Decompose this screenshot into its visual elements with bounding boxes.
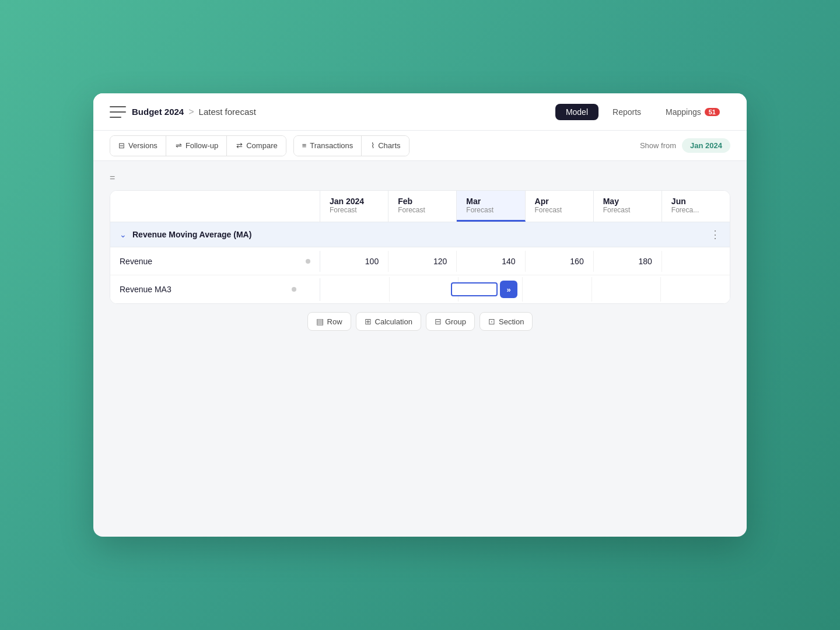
breadcrumb: Budget 2024 > Latest forecast <box>132 107 256 117</box>
versions-icon: ⊟ <box>118 141 125 150</box>
add-row-button[interactable]: ▤ Row <box>307 312 351 331</box>
group-title: Revenue Moving Average (MA) <box>132 230 704 239</box>
main-content: = Jan 2024 Forecast Feb Forecast Mar <box>93 161 747 537</box>
add-group-label: Group <box>445 317 466 326</box>
filter-icon[interactable]: = <box>110 173 115 183</box>
th-month-jun[interactable]: Jun Foreca... <box>662 191 730 222</box>
cell-ma3-apr[interactable] <box>523 277 592 302</box>
group-row: ⌄ Revenue Moving Average (MA) ⋮ <box>110 222 730 247</box>
add-section-button[interactable]: ⊡ Section <box>480 312 533 331</box>
header: Budget 2024 > Latest forecast Model Repo… <box>93 93 747 131</box>
th-month-feb[interactable]: Feb Forecast <box>388 191 457 222</box>
cell-ma3-feb[interactable] <box>390 277 459 302</box>
cell-ma3-jun[interactable] <box>661 277 730 302</box>
app-window: Budget 2024 > Latest forecast Model Repo… <box>93 93 747 537</box>
section-icon: ⊡ <box>488 317 495 326</box>
sidebar-toggle-button[interactable] <box>110 106 126 118</box>
row-status-dot <box>306 259 310 264</box>
versions-button[interactable]: ⊟ Versions <box>110 136 166 156</box>
followup-label: Follow-up <box>186 141 218 150</box>
cell-ma3-may[interactable] <box>592 277 662 302</box>
toolbar: ⊟ Versions ⇌ Follow-up ⇄ Compare ≡ Trans… <box>93 131 747 161</box>
transactions-button[interactable]: ≡ Transactions <box>294 136 362 156</box>
row-status-dot <box>292 287 296 292</box>
add-row-bar: ▤ Row ⊞ Calculation ⊟ Group ⊡ Section <box>110 304 730 331</box>
cell-revenue-feb[interactable]: 120 <box>388 251 457 272</box>
mappings-label: Mappings <box>666 107 701 117</box>
toolbar-right: Show from Jan 2024 <box>640 138 730 153</box>
show-from-value[interactable]: Jan 2024 <box>682 138 730 153</box>
header-left: Budget 2024 > Latest forecast <box>110 106 555 118</box>
charts-button[interactable]: ⌇ Charts <box>363 136 408 156</box>
group-chevron-icon[interactable]: ⌄ <box>120 230 127 239</box>
add-section-label: Section <box>499 317 524 326</box>
breadcrumb-current: Latest forecast <box>199 107 256 117</box>
th-label-empty <box>110 191 320 222</box>
group-icon: ⊟ <box>435 317 442 326</box>
compare-label: Compare <box>246 141 277 150</box>
row-cells-revenue: 100 120 140 160 180 <box>320 251 730 272</box>
row-icon: ▤ <box>316 317 324 326</box>
transactions-label: Transactions <box>310 141 353 150</box>
table-header: Jan 2024 Forecast Feb Forecast Mar Forec… <box>110 191 730 222</box>
calculation-icon: ⊞ <box>365 317 372 326</box>
toolbar-group-right: ≡ Transactions ⌇ Charts <box>293 135 410 156</box>
followup-icon: ⇌ <box>176 141 182 150</box>
cell-revenue-mar[interactable]: 140 <box>457 251 525 272</box>
row-label-cell-ma3: Revenue MA3 ⋮ <box>110 278 320 301</box>
add-row-label: Row <box>327 317 342 326</box>
th-months: Jan 2024 Forecast Feb Forecast Mar Forec… <box>320 191 730 222</box>
add-calculation-label: Calculation <box>375 317 412 326</box>
compare-button[interactable]: ⇄ Compare <box>228 136 285 156</box>
breadcrumb-separator: > <box>188 107 194 117</box>
th-month-apr[interactable]: Apr Forecast <box>526 191 594 222</box>
charts-label: Charts <box>378 141 400 150</box>
cell-ma3-mar-input[interactable] <box>451 282 498 296</box>
th-month-may[interactable]: May Forecast <box>594 191 662 222</box>
add-calculation-button[interactable]: ⊞ Calculation <box>356 312 421 331</box>
show-from-label: Show from <box>640 141 676 150</box>
cell-revenue-apr[interactable]: 160 <box>526 251 594 272</box>
row-label-revenue: Revenue <box>120 257 301 266</box>
mappings-nav-button[interactable]: Mappings 51 <box>655 104 730 120</box>
versions-label: Versions <box>128 141 158 150</box>
toolbar-group-left: ⊟ Versions ⇌ Follow-up ⇄ Compare <box>110 135 286 156</box>
table-row: Revenue 100 120 140 160 180 <box>110 247 730 275</box>
breadcrumb-parent[interactable]: Budget 2024 <box>132 107 184 117</box>
mappings-badge: 51 <box>705 108 720 116</box>
cell-revenue-jan[interactable]: 100 <box>320 251 388 272</box>
fill-right-button[interactable]: » <box>500 281 517 298</box>
row-label-ma3: Revenue MA3 <box>120 285 287 294</box>
add-group-button[interactable]: ⊟ Group <box>426 312 475 331</box>
table-row: Revenue MA3 ⋮ » <box>110 275 730 303</box>
charts-icon: ⌇ <box>371 141 374 150</box>
th-month-mar[interactable]: Mar Forecast <box>457 191 525 222</box>
th-month-jan[interactable]: Jan 2024 Forecast <box>320 191 388 222</box>
cell-revenue-jun[interactable] <box>662 251 730 272</box>
cell-ma3-jan[interactable] <box>320 277 390 302</box>
data-table: Jan 2024 Forecast Feb Forecast Mar Forec… <box>110 190 730 304</box>
filter-bar: = <box>110 168 730 188</box>
cell-revenue-may[interactable]: 180 <box>594 251 662 272</box>
followup-button[interactable]: ⇌ Follow-up <box>167 136 227 156</box>
row-cells-ma3: » <box>320 277 730 302</box>
compare-icon: ⇄ <box>236 141 243 150</box>
group-menu-icon[interactable]: ⋮ <box>710 228 720 241</box>
model-nav-button[interactable]: Model <box>555 104 598 120</box>
cell-ma3-mar-active[interactable]: » <box>459 277 523 302</box>
transactions-icon: ≡ <box>302 141 307 150</box>
header-nav: Model Reports Mappings 51 <box>555 104 730 120</box>
reports-nav-button[interactable]: Reports <box>602 104 652 120</box>
row-label-cell-revenue: Revenue <box>110 251 320 272</box>
